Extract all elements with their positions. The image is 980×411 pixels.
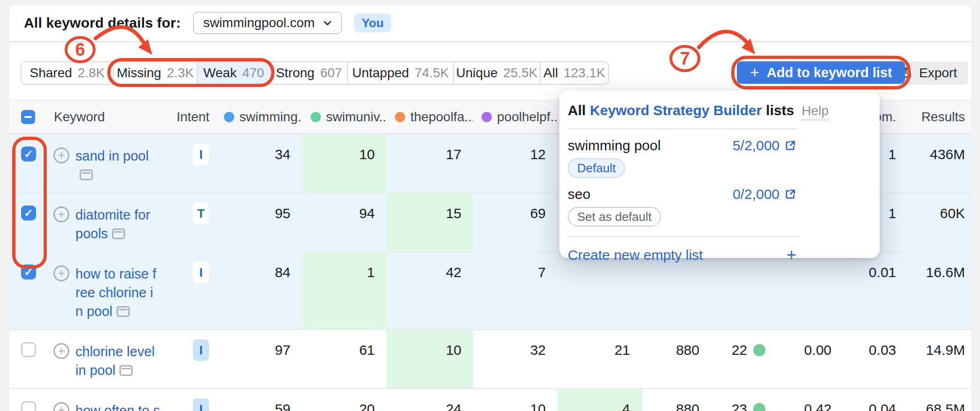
external-link-icon (784, 188, 796, 200)
results-cell: 436M (904, 134, 972, 192)
keyword-cell: sand in pool (47, 134, 178, 192)
add-keyword-icon[interactable] (53, 147, 69, 163)
kd-easy-dot-icon (753, 344, 765, 356)
table-row: chlorine level in pool I 97 61 10 32 21 … (9, 330, 972, 389)
add-keyword-icon[interactable] (53, 343, 69, 359)
help-link[interactable]: Help (802, 103, 829, 120)
page-title: All keyword details for: (24, 15, 181, 31)
title-bar: All keyword details for: swimmingpool.co… (9, 5, 972, 42)
results-cell: 60K (904, 193, 972, 251)
add-button-label: Add to keyword list (767, 65, 892, 81)
set-as-default-button[interactable]: Set as default (568, 207, 661, 227)
intent-badge: I (193, 398, 209, 411)
kd-cell: 22 (708, 330, 780, 388)
cpc-cell: 0.00 (780, 330, 843, 388)
competitor-1-position: 84 (215, 252, 302, 329)
column-header-competitor-2[interactable]: swimuniv... (302, 101, 386, 133)
competitor-2-position: 94 (302, 193, 386, 251)
competitor-3-position: 17 (386, 134, 473, 192)
serp-features-icon (117, 306, 130, 317)
competitor-1-position: 97 (215, 330, 302, 388)
row-checkbox[interactable] (21, 401, 36, 411)
intent-cell: I (178, 252, 215, 329)
competitor-5-position: 4 (557, 389, 643, 411)
keyword-link[interactable]: how often to shock pool (75, 401, 161, 411)
filter-tab-all[interactable]: All 123.1K (541, 62, 608, 84)
column-header-competitor-3[interactable]: thepoolfa... (386, 101, 473, 133)
row-checkbox[interactable] (21, 342, 36, 357)
serp-features-icon (80, 169, 93, 180)
keyword-cell: diatomite for pools (47, 193, 178, 251)
table-row: how often to shock pool I 59 20 24 10 4 … (9, 389, 972, 411)
row-checkbox[interactable] (21, 264, 36, 279)
list-usage-link[interactable]: 0/2,000 (733, 186, 796, 202)
popup-divider (568, 236, 798, 237)
intent-cell: I (178, 389, 215, 411)
intent-badge: I (193, 262, 209, 283)
column-header-keyword[interactable]: Keyword (47, 101, 178, 133)
keyword-link[interactable]: diatomite for pools (75, 206, 161, 243)
select-all-checkbox[interactable] (21, 110, 35, 124)
keyword-strategy-builder-link[interactable]: Keyword Strategy Builder (590, 103, 762, 118)
column-header-intent[interactable]: Intent (178, 101, 215, 133)
add-keyword-icon[interactable] (53, 265, 69, 281)
page: All keyword details for: swimmingpool.co… (0, 0, 980, 411)
plus-icon: + (750, 64, 759, 80)
list-name: seo (568, 186, 590, 202)
competitor-1-position: 95 (215, 193, 302, 251)
competitive-density-cell: 0.04 (843, 389, 904, 411)
list-usage-link[interactable]: 5/2,000 (733, 138, 796, 154)
domain-selector-value: swimmingpool.com (203, 15, 315, 30)
keyword-link[interactable]: how to raise free chlorine in pool (75, 264, 161, 321)
filter-tab-missing[interactable]: Missing 2.3K (114, 62, 198, 84)
row-select-cell (9, 389, 47, 411)
keyword-cell: how to raise free chlorine in pool (47, 252, 178, 329)
filter-tab-weak[interactable]: Weak 470 (198, 62, 271, 84)
table-row: how to raise free chlorine in pool I 84 … (9, 252, 972, 330)
default-badge: Default (568, 158, 625, 178)
volume-cell: 880 (643, 389, 708, 411)
results-cell: 16.6M (904, 252, 972, 329)
column-header-competitor-1[interactable]: swimming... (215, 101, 302, 133)
keyword-link[interactable]: sand in pool (75, 147, 161, 184)
add-keyword-icon[interactable] (53, 206, 69, 222)
create-new-list-button[interactable]: Create new empty list + (568, 245, 796, 265)
row-select-cell (9, 193, 47, 251)
competitor-3-position: 15 (386, 193, 473, 251)
row-select-cell (9, 330, 47, 388)
intent-cell: I (178, 330, 215, 388)
competitor-5-position: 21 (557, 330, 643, 388)
kd-cell: 23 (708, 389, 780, 411)
column-header-results[interactable]: Results (904, 101, 972, 133)
keyword-filter-tabs: Shared 2.8K Missing 2.3K Weak 470 Strong… (21, 61, 609, 85)
competitor-dot-icon (311, 112, 321, 122)
filter-tab-strong[interactable]: Strong 607 (271, 62, 348, 84)
column-header-competitor-4[interactable]: poolhelpf... (473, 101, 557, 133)
select-all-cell (9, 101, 47, 133)
you-badge[interactable]: You (354, 14, 391, 32)
row-select-cell (9, 134, 47, 192)
intent-badge: T (193, 203, 209, 224)
row-checkbox[interactable] (21, 147, 36, 161)
volume-cell: 880 (643, 330, 708, 388)
add-to-keyword-list-button[interactable]: + Add to keyword list (737, 61, 905, 84)
filter-tab-untapped[interactable]: Untapped 74.5K (348, 62, 454, 84)
add-keyword-icon[interactable] (53, 402, 69, 411)
filter-tab-shared[interactable]: Shared 2.8K (22, 62, 114, 84)
competitor-2-position: 10 (302, 134, 386, 192)
competitor-4-position: 32 (473, 330, 557, 388)
keyword-link[interactable]: chlorine level in pool (75, 342, 161, 380)
filter-tab-unique[interactable]: Unique 25.5K (454, 62, 541, 84)
row-checkbox[interactable] (21, 206, 36, 220)
intent-badge: I (193, 339, 209, 361)
keyword-cell: how often to shock pool (47, 389, 178, 411)
list-item: swimming pool 5/2,000 Default (568, 138, 796, 178)
competitor-1-position: 34 (215, 134, 302, 192)
competitor-dot-icon (395, 112, 405, 122)
competitor-dot-icon (224, 112, 234, 122)
results-cell: 14.9M (904, 330, 972, 388)
keyword-lists-popup: All Keyword Strategy Builder lists Help … (559, 90, 880, 258)
add-button-annotation-outline: + Add to keyword list (731, 56, 911, 89)
domain-selector-dropdown[interactable]: swimmingpool.com (193, 12, 342, 34)
competitor-4-position: 7 (473, 252, 557, 329)
